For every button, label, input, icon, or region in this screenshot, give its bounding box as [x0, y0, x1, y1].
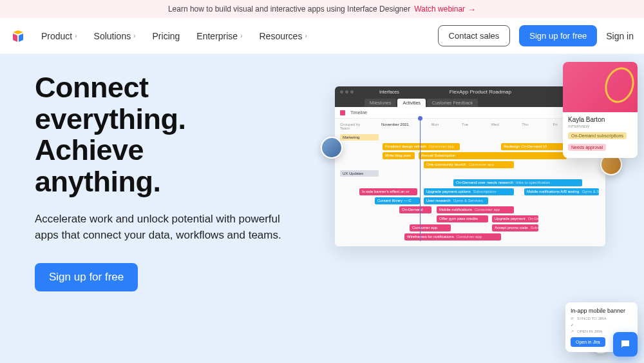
timeline-icon [340, 110, 345, 115]
nav-item-product[interactable]: Product› [41, 31, 77, 41]
gantt-bar: Consumer app [410, 224, 451, 231]
gantt-bar: Upgrade paymentOn-Dem [492, 215, 538, 222]
avatar-user-1 [321, 137, 343, 159]
signup-hero-button[interactable]: Sign up for free [35, 263, 138, 291]
gantt-row: Content library — CUser researchGyms & S… [335, 196, 605, 205]
gantt-row: Consumer appAccept promo codeSubs [335, 223, 605, 232]
hoop-icon [600, 64, 638, 107]
gantt-bar: One community launchConsumer app [424, 161, 514, 168]
gantt-bar: Is sale banner's effect on or [359, 188, 417, 195]
section-marketing: Marketing [340, 134, 379, 141]
signin-link[interactable]: Sign in [606, 31, 634, 41]
sync-icon: ⟳ [571, 316, 575, 320]
airtable-logo-icon[interactable] [10, 28, 26, 44]
top-nav: Product› Solutions› Pricing Enterprise› … [0, 18, 644, 54]
nav-right: Contact sales Sign up for free Sign in [438, 25, 634, 46]
hero-headline: Connect everything. Achieve anything. [35, 72, 318, 197]
gantt-row: Is sale banner's effect on orUpgrade pay… [335, 187, 605, 196]
nav-item-resources[interactable]: Resources› [259, 31, 307, 41]
promo-banner: Learn how to build visual and interactiv… [0, 0, 644, 18]
gantt-bar: Finalized design refreshConsumer app [383, 143, 460, 150]
profile-tag-2: Needs approval [568, 144, 606, 151]
now-indicator [420, 119, 421, 241]
gantt-bar: Mobile notificationsConsumer app [437, 206, 514, 213]
gantt-bar: Upgrade payment optionsSubscription+ [424, 188, 514, 195]
gantt-bar: Write blog post [383, 152, 415, 159]
gantt-row: One community launchConsumer app [335, 160, 605, 169]
svg-marker-1 [13, 34, 17, 42]
open-in-jira-button: Open in Jira [571, 337, 605, 347]
banner-text: Learn how to build visual and interactiv… [168, 5, 410, 14]
product-mockup: Interfaces FlexApp Product Roadmap Miles… [335, 86, 631, 338]
gantt-row: On-Demand user needs researchlinks to sp… [335, 178, 605, 187]
tab-milestones: Milestones [365, 99, 396, 107]
gantt-bar: Offer gym pass credits [437, 215, 488, 222]
hero-copy: Connect everything. Achieve anything. Ac… [35, 72, 318, 363]
gantt-row: On-DemandMobile notificationsConsumer ap… [335, 205, 605, 214]
contact-sales-button[interactable]: Contact sales [438, 25, 511, 46]
svg-marker-0 [13, 30, 23, 34]
gantt-bar: User researchGyms & Services [424, 197, 488, 204]
hero-subheadline: Accelerate work and unlock potential wit… [35, 211, 292, 243]
gantt-bar: On-Demand [399, 206, 431, 213]
check-icon: ✓ [571, 322, 575, 327]
view-name: Timeline [350, 110, 367, 115]
profile-photo [563, 62, 638, 112]
chat-widget-button[interactable] [613, 332, 638, 357]
profile-tag-1: On-Demand subscriptions [568, 132, 627, 139]
nav-item-pricing[interactable]: Pricing [153, 31, 180, 41]
signup-nav-button[interactable]: Sign up for free [519, 25, 597, 46]
tab-customer-feedback: Customer Feedback [427, 99, 478, 107]
chevron-right-icon: › [133, 32, 135, 39]
tab-activities: Activities [397, 99, 426, 107]
chevron-right-icon: › [240, 32, 242, 39]
gantt-row: Offer gym pass creditsUpgrade paymentOn-… [335, 214, 605, 223]
gantt-bar: Mobile notifications A/B testingGyms & S… [524, 188, 599, 195]
nav-item-solutions[interactable]: Solutions› [94, 31, 136, 41]
chevron-right-icon: › [75, 32, 77, 39]
arrow-right-icon: → [468, 5, 476, 14]
svg-marker-2 [19, 34, 23, 42]
profile-name: Kayla Barton [568, 116, 632, 123]
gantt-bar: On-Demand user needs researchlinks to sp… [453, 179, 582, 186]
gantt-bar: Accept promo codeSubs [492, 224, 538, 231]
profile-card: Kayla Barton INTERVIEW On-Demand subscri… [563, 62, 638, 158]
gantt-bar: Redesign On-Demand UI [501, 143, 565, 150]
chat-icon [620, 338, 631, 350]
gantt-bar: Wireframes for notificationsConsumer app [404, 233, 501, 240]
link-icon: ↗ [571, 329, 575, 333]
hero-section: Connect everything. Achieve anything. Ac… [0, 54, 644, 363]
gantt-bar: Annual Subscription [419, 152, 567, 159]
nav-item-enterprise[interactable]: Enterprise› [196, 31, 242, 41]
window-label: Interfaces [379, 90, 399, 94]
gantt-row: Wireframes for notificationsConsumer app [335, 232, 605, 241]
task-title: In-app mobile banner [571, 308, 632, 314]
banner-cta-link[interactable]: Watch webinar → [414, 5, 476, 14]
chevron-right-icon: › [305, 32, 307, 39]
profile-meta: INTERVIEW [568, 124, 632, 128]
gantt-bar: Content library — C [375, 197, 420, 204]
section-ux: UX Updates [340, 170, 379, 177]
traffic-lights-icon [340, 90, 354, 93]
nav-items: Product› Solutions› Pricing Enterprise› … [41, 31, 438, 41]
window-title: FlexApp Product Roadmap [399, 89, 562, 95]
